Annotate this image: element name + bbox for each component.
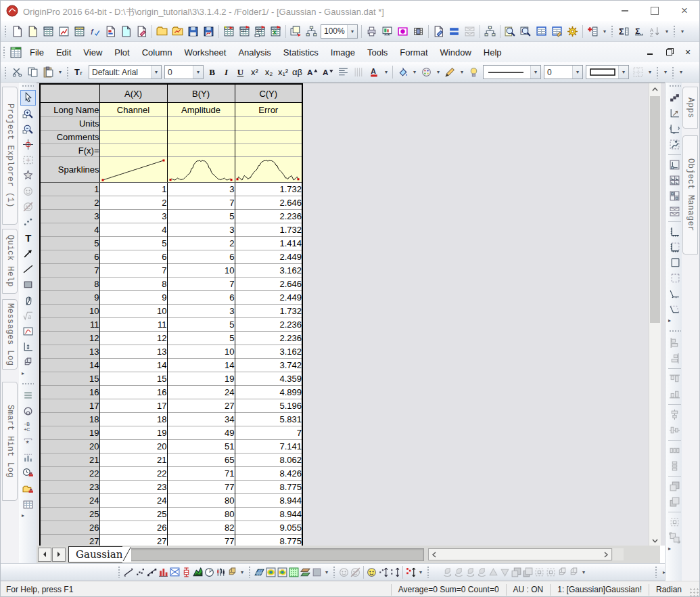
rotate-3d-button[interactable] (20, 355, 36, 370)
column-plot-button[interactable] (158, 565, 169, 579)
header-cell[interactable] (99, 117, 167, 131)
header-cell[interactable] (167, 144, 235, 157)
menu-format[interactable]: Format (394, 44, 434, 61)
row-index[interactable]: 18 (40, 413, 99, 426)
data-cell[interactable]: 10 (167, 345, 235, 359)
mask-range-button[interactable] (20, 183, 36, 199)
scroll-left-button[interactable] (429, 552, 440, 558)
footnote-button[interactable]: * (20, 435, 36, 450)
row-index[interactable]: 19 (40, 426, 99, 440)
scatter-plot-button[interactable] (135, 565, 146, 579)
data-cell[interactable]: 2.449 (235, 250, 302, 264)
data-cell[interactable]: 8.944 (235, 508, 302, 521)
import-multiple-ascii-button[interactable]: 123 (252, 24, 268, 39)
scroll-down-button[interactable] (649, 535, 661, 546)
reset-rotation-button[interactable] (557, 565, 568, 579)
data-cell[interactable]: 21 (99, 454, 167, 467)
data-cell[interactable]: 3 (167, 183, 235, 196)
3d-bars-button[interactable] (227, 565, 238, 579)
increase-perspective-button[interactable] (511, 565, 522, 579)
data-cell[interactable]: 2.646 (235, 196, 302, 210)
row-index[interactable]: 22 (40, 467, 99, 481)
toolbar-overflow-button[interactable]: ▾ (382, 62, 390, 82)
mdi-close-button[interactable]: × (683, 47, 693, 57)
subscript-button[interactable]: x₂ (262, 65, 276, 80)
dock-tab-apps[interactable]: Apps (682, 87, 698, 129)
dock-tab-project-explorer[interactable]: Project Explorer (1) (2, 87, 18, 225)
align-bottom-button[interactable] (667, 386, 682, 402)
pointer-button[interactable] (20, 90, 36, 106)
horizontal-scrollbar[interactable] (428, 548, 612, 560)
toolbar-grip[interactable] (333, 566, 336, 578)
cluster-points-button[interactable] (20, 215, 36, 230)
data-cell[interactable]: 7.141 (235, 440, 302, 454)
zoom-pages-button[interactable] (503, 24, 518, 39)
toolbar-grip[interactable] (611, 25, 614, 37)
toolbar-overflow-button[interactable]: ▾ (238, 564, 246, 580)
row-index[interactable]: 23 (40, 481, 99, 494)
row-index[interactable]: 21 (40, 454, 99, 467)
menu-column[interactable]: Column (136, 44, 179, 61)
data-cell[interactable]: 51 (167, 440, 235, 454)
sparkline-cell[interactable] (167, 157, 235, 183)
toolbar-overflow-button[interactable]: ▾ (677, 62, 685, 82)
font-name-combo[interactable]: Default: Arial▾ (89, 65, 162, 79)
column-header[interactable]: B(Y) (167, 84, 235, 103)
mask-points-button[interactable] (338, 565, 350, 579)
align-left-button[interactable] (667, 335, 682, 351)
data-cell[interactable]: 8 (99, 278, 167, 291)
toolbar-grip[interactable] (669, 330, 681, 333)
data-cell[interactable]: 6 (167, 291, 235, 305)
data-cell[interactable]: 5.831 (235, 413, 302, 426)
group-objects-button[interactable] (667, 530, 682, 546)
draw-data-points-button[interactable] (405, 565, 417, 579)
highlight-button[interactable] (466, 65, 482, 80)
dock-tab-messages-log[interactable]: Messages Log (2, 299, 18, 370)
sheet-tab-gaussian[interactable]: Gaussian (68, 546, 122, 562)
statistics-on-columns-button[interactable]: Σ (632, 24, 647, 39)
data-cell[interactable]: 16 (99, 386, 167, 399)
data-cell[interactable]: 7 (99, 264, 167, 278)
dock-tab-object-manager[interactable]: Object Manager (682, 135, 698, 255)
fit-rotation-button[interactable] (545, 565, 557, 579)
rotate-cw-button[interactable] (453, 565, 465, 579)
free-rotate-button[interactable] (568, 565, 580, 579)
row-index[interactable]: 2 (40, 196, 99, 210)
data-cell[interactable]: 5 (167, 318, 235, 332)
menu-plot[interactable]: Plot (108, 44, 135, 61)
distribute-vertically-button[interactable] (667, 458, 682, 474)
scroll-up-button[interactable] (649, 83, 661, 95)
open-button[interactable] (154, 24, 170, 39)
data-cell[interactable]: 24 (167, 386, 235, 399)
row-index[interactable]: 9 (40, 291, 99, 305)
data-cell[interactable]: 15 (99, 372, 167, 386)
selection-box-button[interactable] (667, 514, 682, 530)
menu-image[interactable]: Image (325, 44, 361, 61)
merge-windows-button[interactable] (462, 24, 477, 39)
swap-columns-button[interactable]: −B+C (20, 419, 36, 435)
make-movie-button[interactable] (411, 24, 426, 39)
project-organizer-button[interactable] (304, 24, 319, 39)
batch-processing-button[interactable] (288, 24, 304, 39)
blank-graph-button[interactable] (311, 565, 323, 579)
zoom-level-combo[interactable]: 100%▾ (321, 24, 358, 39)
tilt-right-button[interactable] (476, 565, 488, 579)
copy-page-button[interactable] (118, 24, 134, 39)
decrease-font-button[interactable]: A (320, 65, 335, 80)
data-cell[interactable]: 5 (167, 210, 235, 223)
edit-page-button[interactable] (134, 24, 149, 39)
send-to-back-button[interactable] (667, 494, 682, 510)
align-vertical-center-button[interactable] (667, 407, 682, 422)
worksheet-display-button[interactable] (20, 497, 36, 512)
data-cell[interactable]: 2.449 (235, 291, 302, 305)
data-cell[interactable]: 1.732 (235, 305, 302, 318)
menu-view[interactable]: View (77, 44, 108, 61)
superscript-button[interactable]: x² (248, 65, 262, 80)
data-cell[interactable]: 11 (99, 318, 167, 332)
sparkline-cell[interactable] (99, 157, 167, 183)
row-index[interactable]: 4 (40, 223, 99, 237)
open-template-button[interactable] (170, 24, 185, 39)
row-index[interactable]: 16 (40, 386, 99, 399)
digitizer-button[interactable] (431, 24, 446, 39)
toolbar-grip[interactable] (248, 566, 252, 578)
